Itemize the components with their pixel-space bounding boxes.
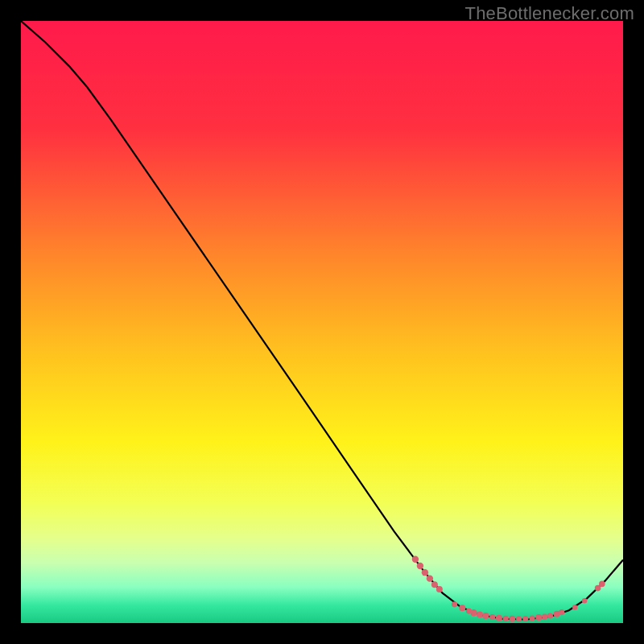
data-marker	[489, 614, 495, 620]
data-marker	[559, 609, 564, 615]
data-marker	[417, 563, 423, 569]
data-marker	[422, 569, 428, 576]
data-marker	[477, 612, 483, 618]
data-marker	[582, 598, 587, 603]
data-marker	[470, 609, 477, 616]
data-marker	[412, 556, 419, 563]
data-marker	[436, 586, 443, 592]
data-marker	[547, 613, 553, 618]
chart-background	[21, 21, 623, 623]
data-marker	[516, 616, 522, 621]
data-marker	[535, 614, 542, 621]
data-marker	[482, 613, 489, 619]
data-marker	[522, 616, 528, 621]
chart-container	[21, 21, 623, 623]
data-marker	[572, 605, 577, 609]
data-marker	[509, 616, 515, 622]
data-marker	[503, 616, 509, 621]
data-marker	[599, 581, 605, 588]
data-marker	[542, 614, 547, 620]
data-marker	[431, 581, 438, 588]
chart-svg	[21, 21, 623, 623]
data-marker	[496, 615, 502, 621]
watermark-text: TheBottlenecker.com	[465, 3, 634, 24]
data-marker	[529, 615, 535, 621]
data-marker	[459, 605, 465, 611]
data-marker	[427, 575, 433, 581]
data-marker	[452, 601, 457, 607]
